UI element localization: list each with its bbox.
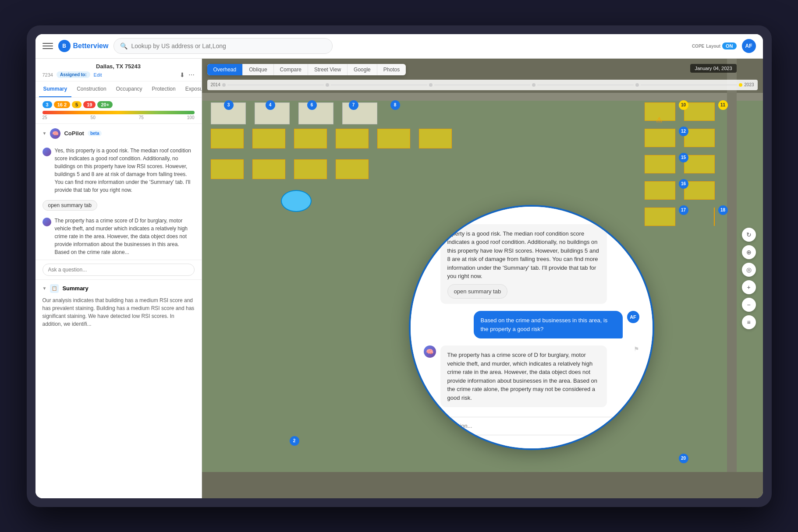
copilot-header[interactable]: ▼ 🧠 CoPilot beta: [35, 124, 202, 143]
copilot-message-text: Yes, this property is a good risk. The m…: [55, 147, 195, 194]
main-content: Dallas, TX 75243 7234 Assigned to: Edit …: [35, 59, 763, 498]
layers-ctrl[interactable]: ⊕: [742, 245, 756, 259]
tab-occupancy[interactable]: Occupancy: [112, 81, 147, 97]
timeline-dot-active: [739, 83, 742, 87]
copilot-message-1: Yes, this property is a good risk. The m…: [35, 143, 202, 197]
message-brain-icon: [43, 148, 51, 156]
timeline-line-4: [537, 85, 634, 85]
copilot-message-text-2: The property has a crime score of D for …: [55, 217, 195, 256]
user-avatar[interactable]: AF: [742, 39, 756, 53]
property-id: 7234: [43, 72, 53, 78]
view-google[interactable]: Google: [348, 64, 377, 75]
right-building-8: [684, 181, 715, 200]
search-icon: 🔍: [120, 42, 128, 49]
user-message-1: Based on the crime and businesses in thi…: [424, 311, 639, 338]
timeline-dot-4: [532, 83, 536, 87]
flag-button[interactable]: ⚑: [634, 345, 639, 352]
badge-11: 11: [718, 100, 728, 110]
road-bottom: [202, 472, 763, 498]
badge-15: 15: [679, 153, 688, 162]
more-icon[interactable]: ⋯: [188, 71, 195, 78]
open-summary-button[interactable]: open summary tab: [43, 200, 97, 211]
layout-label: Layout: [706, 44, 720, 49]
logo: B Betterview: [58, 40, 109, 52]
score-badge-5: 5: [72, 101, 82, 108]
right-building-9: [645, 208, 675, 226]
badge-18: 18: [718, 205, 728, 215]
copilot-title: CoPilot: [64, 130, 84, 137]
score-badge-20: 20+: [97, 101, 113, 108]
highlighted-5: [377, 129, 410, 148]
building-4: [342, 102, 377, 124]
search-bar[interactable]: 🔍: [113, 38, 333, 54]
rotate-ctrl[interactable]: ↻: [742, 228, 756, 242]
road-right: [727, 59, 737, 498]
highlighted-8: [252, 159, 285, 179]
property-header: Dallas, TX 75243 7234 Assigned to: Edit …: [35, 59, 202, 81]
score-badge-19: 19: [83, 101, 96, 108]
summary-label: Summary: [62, 285, 88, 292]
action-pill-summary[interactable]: open summary tab: [447, 284, 508, 299]
zoom-in-ctrl[interactable]: +: [742, 280, 756, 294]
highlighted-7: [211, 159, 244, 179]
highlighted-2: [252, 129, 285, 148]
beta-badge: beta: [88, 130, 102, 136]
timeline-year-2023: 2023: [744, 82, 754, 87]
message-brain-icon-2: [43, 218, 51, 226]
bot-text-1: ...perty is a good risk. The median roof…: [447, 230, 599, 280]
pool-area: [281, 190, 312, 212]
score-label-75: 75: [139, 115, 144, 120]
logo-text: Betterview: [73, 42, 109, 50]
score-labels: 25 50 75 100: [43, 115, 195, 120]
right-building-2: [684, 102, 715, 121]
badge-3: 3: [224, 100, 234, 110]
bot-response-wrapper: The property has a crime score of D for …: [440, 345, 628, 407]
topbar-right: COPE Layout ON AF: [692, 39, 756, 53]
menu-icon[interactable]: [43, 41, 53, 51]
ask-input[interactable]: [43, 264, 195, 276]
view-compare[interactable]: Compare: [274, 64, 308, 75]
badge-10: 10: [679, 100, 688, 110]
maptype-ctrl[interactable]: ≡: [742, 315, 756, 329]
score-label-50: 50: [91, 115, 96, 120]
tab-construction[interactable]: Construction: [72, 81, 110, 97]
location-ctrl[interactable]: ◎: [742, 263, 756, 277]
map-area: 3 4 6 7 8 10 11 12 15 16 17 18 2 20 ⚠: [202, 59, 763, 498]
ask-input-area: [35, 260, 202, 279]
badge-7: 7: [349, 100, 358, 110]
timeline-line-5: [641, 85, 737, 85]
right-building-5: [645, 155, 675, 173]
view-oblique[interactable]: Oblique: [243, 64, 273, 75]
score-badges: 3 16 2 5 19 20+: [43, 101, 195, 108]
timeline-bar: 2014 2023: [207, 80, 758, 90]
right-building-4: [684, 129, 715, 147]
toggle-on[interactable]: ON: [722, 42, 737, 49]
bot-bubble-1: ...perty is a good risk. The median roof…: [440, 224, 607, 304]
score-label-100: 100: [187, 115, 195, 120]
score-badge-3: 3: [43, 101, 52, 108]
left-panel: Dallas, TX 75243 7234 Assigned to: Edit …: [35, 59, 202, 498]
copilot-message-2: The property has a crime score of D for …: [35, 213, 202, 260]
tab-exposure[interactable]: Exposure: [181, 81, 202, 97]
bot-message-2: 🧠 The property has a crime score of D fo…: [424, 345, 639, 407]
badge-8: 8: [390, 100, 400, 110]
view-overhead[interactable]: Overhead: [207, 64, 243, 75]
nav-tabs: Summary Construction Occupancy Protectio…: [35, 81, 202, 98]
zoom-out-ctrl[interactable]: −: [742, 298, 756, 312]
copilot-brain-icon: 🧠: [50, 128, 60, 139]
edit-link[interactable]: Edit: [94, 72, 102, 78]
view-streetview[interactable]: Street View: [308, 64, 348, 75]
download-icon[interactable]: ⬇: [180, 71, 185, 78]
cope-badge: COPE Layout ON: [692, 42, 737, 49]
screen: B Betterview 🔍 COPE Layout ON AF: [35, 34, 763, 498]
view-photos[interactable]: Photos: [377, 64, 406, 75]
copilot-section: ▼ 🧠 CoPilot beta Yes, this property is a…: [35, 124, 202, 280]
score-section: 3 16 2 5 19 20+ 25 50 75 100: [35, 98, 202, 124]
timeline-dot-5: [635, 83, 639, 87]
map-view-tabs: Overhead Oblique Compare Street View Goo…: [207, 64, 406, 75]
search-input[interactable]: [131, 42, 326, 49]
highlighted-3: [294, 129, 327, 148]
tab-summary[interactable]: Summary: [39, 81, 72, 97]
right-building-3: [645, 129, 675, 147]
tab-protection[interactable]: Protection: [148, 81, 180, 97]
